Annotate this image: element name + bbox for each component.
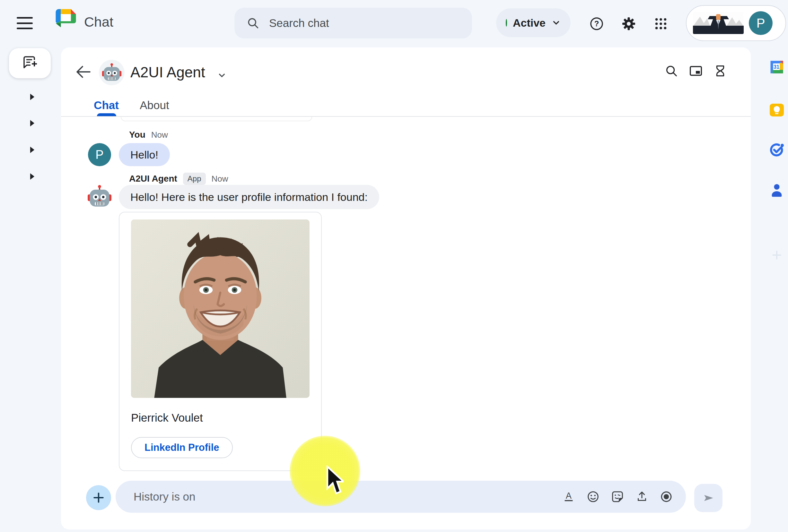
message-bubble-you: Hello! xyxy=(119,143,170,166)
user-profile-card: Pierrick Voulet LinkedIn Profile xyxy=(119,212,322,471)
google-chat-logo xyxy=(53,7,78,33)
previous-card-partial xyxy=(121,117,312,121)
linkedin-profile-button[interactable]: LinkedIn Profile xyxy=(131,437,233,458)
keep-icon[interactable] xyxy=(768,101,785,119)
contacts-icon[interactable] xyxy=(768,182,785,199)
send-button[interactable] xyxy=(694,484,723,512)
svg-text:31: 31 xyxy=(773,64,779,69)
back-arrow-icon[interactable] xyxy=(75,63,92,80)
agent-message-avatar xyxy=(87,184,112,209)
section-expand-caret-4[interactable] xyxy=(26,171,38,182)
settings-gear-icon[interactable] xyxy=(620,15,637,32)
chevron-down-icon xyxy=(551,18,561,27)
search-bar[interactable] xyxy=(234,8,472,39)
history-hourglass-icon[interactable] xyxy=(712,63,728,79)
add-attachment-button[interactable] xyxy=(86,485,111,510)
search-in-chat-icon[interactable] xyxy=(664,63,679,79)
message-composer[interactable]: A xyxy=(116,480,686,513)
conversation-menu-chevron-icon[interactable] xyxy=(217,70,227,80)
app-title: Chat xyxy=(84,14,113,30)
conversation-title: A2UI Agent xyxy=(130,63,205,81)
composer-toolbar: A xyxy=(561,489,674,504)
active-status-dot xyxy=(506,19,507,27)
account-switcher[interactable]: P xyxy=(686,5,786,41)
open-in-popup-icon[interactable] xyxy=(688,63,704,79)
apps-grid-icon[interactable] xyxy=(652,15,669,32)
section-expand-caret-1[interactable] xyxy=(26,91,38,103)
workspace-banner-image xyxy=(693,12,744,34)
tab-chat[interactable]: Chat xyxy=(88,97,124,114)
status-selector[interactable]: Active xyxy=(496,8,571,37)
message-time: Now xyxy=(212,174,228,184)
new-chat-icon xyxy=(21,55,38,71)
message-header-agent: A2UI Agent App Now xyxy=(129,172,228,185)
user-avatar: P xyxy=(88,143,111,166)
svg-text:A: A xyxy=(566,491,572,500)
agent-avatar xyxy=(99,60,124,85)
profile-photo xyxy=(131,220,310,398)
help-icon[interactable]: ? xyxy=(588,15,605,32)
svg-text:?: ? xyxy=(594,19,599,28)
sticker-icon[interactable] xyxy=(610,489,625,504)
app-badge: App xyxy=(183,172,206,185)
upload-icon[interactable] xyxy=(634,489,649,504)
topbar: Chat Active ? xyxy=(0,0,788,47)
new-chat-button[interactable] xyxy=(9,48,51,78)
cursor-pointer-icon xyxy=(325,465,343,496)
get-addons-plus-icon[interactable] xyxy=(768,246,785,264)
sender-name: A2UI Agent xyxy=(129,173,177,184)
calendar-icon[interactable]: 31 xyxy=(768,58,785,76)
message-bubble-agent: Hello! Here is the user profile informat… xyxy=(119,185,379,209)
record-icon[interactable] xyxy=(659,489,674,504)
search-input[interactable] xyxy=(269,17,460,29)
sender-name: You xyxy=(129,130,145,140)
message-header-you: You Now xyxy=(129,130,168,140)
section-expand-caret-2[interactable] xyxy=(26,118,38,129)
section-expand-caret-3[interactable] xyxy=(26,144,38,156)
tab-about[interactable]: About xyxy=(137,97,172,114)
text-format-icon[interactable]: A xyxy=(561,489,576,504)
status-label: Active xyxy=(513,17,546,29)
tasks-icon[interactable] xyxy=(768,141,785,159)
active-tab-underline xyxy=(97,113,116,116)
profile-name: Pierrick Voulet xyxy=(131,411,310,424)
search-icon xyxy=(246,16,260,30)
profile-avatar[interactable]: P xyxy=(749,11,773,35)
message-time: Now xyxy=(151,130,168,140)
conversation-panel: A2UI Agent Chat About You Now P Hello! A… xyxy=(61,47,751,529)
emoji-icon[interactable] xyxy=(586,489,600,504)
main-menu-icon[interactable] xyxy=(17,16,33,30)
